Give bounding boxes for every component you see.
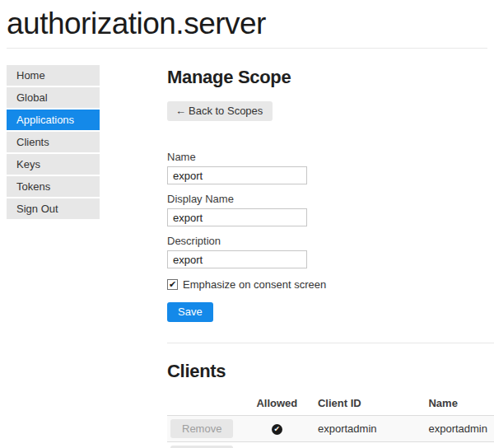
scope-form: Name Display Name Description ✔ Emphasiz… (167, 151, 494, 322)
client-row: Remove ✔ exportuser Export User (167, 442, 494, 448)
clients-table-header-row: Allowed Client ID Name (167, 392, 494, 416)
name-field-group: Name (167, 151, 494, 184)
client-name-cell: Export User (422, 442, 494, 448)
main-panel: Manage Scope ←Back to Scopes Name Displa… (167, 65, 494, 448)
sidebar-nav: Home Global Applications Clients Keys To… (7, 65, 100, 221)
client-id-column-header: Client ID (311, 392, 422, 416)
description-input[interactable] (167, 250, 307, 268)
manage-scope-title: Manage Scope (167, 67, 494, 88)
sidebar-item-keys[interactable]: Keys (7, 154, 100, 175)
sidebar-item-global[interactable]: Global (7, 87, 100, 108)
sidebar-item-sign-out[interactable]: Sign Out (7, 198, 100, 219)
allowed-column-header: Allowed (243, 392, 311, 416)
save-button[interactable]: Save (167, 302, 213, 322)
client-name-cell: exportadmin (422, 416, 494, 442)
emphasize-checkbox-label: Emphasize on consent screen (183, 278, 326, 291)
emphasize-checkbox[interactable]: ✔ (167, 279, 178, 290)
action-column-header (167, 392, 243, 416)
arrow-left-icon: ← (175, 105, 186, 117)
allowed-check-icon: ✔ (272, 424, 282, 435)
content-area: Home Global Applications Clients Keys To… (0, 49, 494, 448)
clients-section-title: Clients (167, 361, 494, 382)
name-label: Name (167, 151, 494, 163)
sidebar-item-home[interactable]: Home (7, 65, 100, 86)
name-input[interactable] (167, 166, 307, 184)
client-row: Remove ✔ exportadmin exportadmin (167, 416, 494, 442)
client-id-cell: exportuser (311, 442, 422, 448)
back-to-scopes-button[interactable]: ←Back to Scopes (167, 101, 273, 121)
display-name-field-group: Display Name (167, 193, 494, 226)
sidebar-item-applications[interactable]: Applications (7, 110, 100, 130)
app-header: authorization.server (0, 0, 494, 43)
sidebar-item-tokens[interactable]: Tokens (7, 176, 100, 197)
description-label: Description (167, 235, 494, 247)
clients-divider (167, 343, 494, 343)
display-name-input[interactable] (167, 208, 307, 226)
emphasize-checkbox-row[interactable]: ✔ Emphasize on consent screen (167, 278, 494, 291)
client-id-cell: exportadmin (311, 416, 422, 442)
page-title: authorization.server (7, 5, 487, 43)
description-field-group: Description (167, 235, 494, 268)
name-column-header: Name (422, 392, 494, 416)
remove-client-button[interactable]: Remove (170, 419, 233, 438)
sidebar-item-clients[interactable]: Clients (7, 132, 100, 152)
clients-table: Allowed Client ID Name Remove ✔ exportad… (167, 392, 494, 448)
back-button-label: Back to Scopes (189, 105, 263, 117)
display-name-label: Display Name (167, 193, 494, 205)
